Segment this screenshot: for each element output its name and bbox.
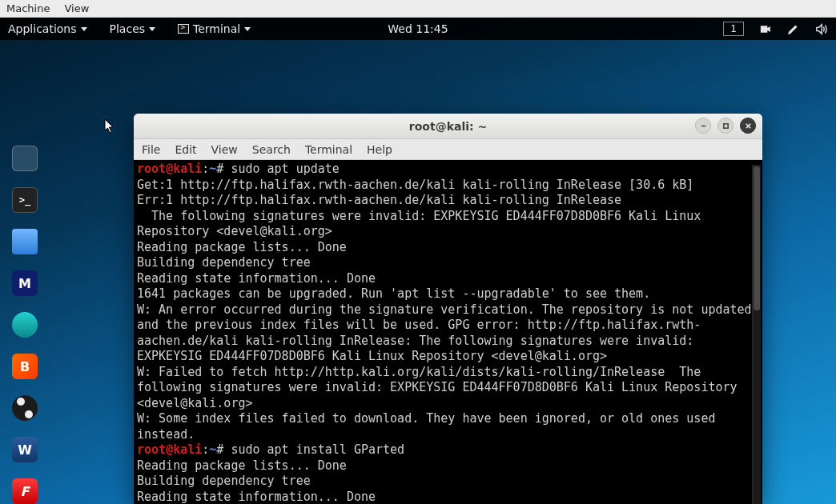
menu-view[interactable]: View bbox=[211, 143, 238, 156]
terminal-menubar: File Edit View Search Terminal Help bbox=[134, 139, 762, 160]
chevron-down-icon bbox=[244, 27, 251, 31]
chevron-down-icon bbox=[149, 27, 155, 31]
vm-host-menubar: Machine View bbox=[0, 0, 836, 18]
desktop: Applications Places Terminal Wed 11:45 1… bbox=[0, 18, 836, 504]
window-title: root@kali: ~ bbox=[134, 120, 762, 133]
chevron-down-icon bbox=[81, 27, 87, 31]
minimize-button[interactable] bbox=[695, 118, 711, 134]
panel-active-app[interactable]: Terminal bbox=[178, 22, 251, 35]
window-titlebar[interactable]: root@kali: ~ bbox=[134, 114, 762, 139]
dock: M B W F bbox=[8, 146, 42, 504]
terminal-window: root@kali: ~ File Edit View Search Termi… bbox=[134, 114, 762, 504]
terminal-body[interactable]: root@kali:~# sudo apt update Get:1 http:… bbox=[134, 160, 762, 504]
maximize-button[interactable] bbox=[717, 118, 734, 134]
top-panel: Applications Places Terminal Wed 11:45 1 bbox=[0, 18, 836, 40]
panel-applications[interactable]: Applications bbox=[8, 22, 87, 35]
video-record-icon[interactable] bbox=[758, 22, 772, 36]
dock-armitage[interactable] bbox=[12, 312, 38, 338]
dock-obs[interactable] bbox=[12, 395, 38, 421]
workspace-indicator[interactable]: 1 bbox=[723, 22, 744, 36]
volume-icon[interactable] bbox=[814, 22, 828, 36]
dock-burpsuite[interactable]: B bbox=[12, 354, 38, 379]
vm-menu-view[interactable]: View bbox=[64, 2, 89, 14]
dock-firefox[interactable] bbox=[12, 146, 38, 171]
brush-icon[interactable] bbox=[786, 22, 800, 36]
dock-metasploit[interactable]: M bbox=[12, 270, 38, 296]
terminal-icon bbox=[178, 24, 189, 34]
menu-help[interactable]: Help bbox=[367, 143, 392, 156]
panel-places[interactable]: Places bbox=[110, 22, 156, 35]
menu-file[interactable]: File bbox=[142, 143, 160, 156]
dock-files[interactable] bbox=[12, 229, 38, 254]
vm-menu-machine[interactable]: Machine bbox=[6, 2, 50, 14]
terminal-scrollbar[interactable] bbox=[752, 165, 761, 504]
dock-wireshark[interactable]: W bbox=[12, 437, 38, 462]
dock-faraday[interactable]: F bbox=[12, 478, 38, 504]
menu-search[interactable]: Search bbox=[252, 143, 291, 156]
dock-terminal[interactable] bbox=[12, 187, 38, 213]
mouse-cursor-icon bbox=[104, 118, 115, 134]
svg-rect-1 bbox=[723, 123, 727, 127]
panel-clock[interactable]: Wed 11:45 bbox=[388, 22, 448, 35]
menu-terminal[interactable]: Terminal bbox=[305, 143, 352, 156]
menu-edit[interactable]: Edit bbox=[175, 143, 196, 156]
close-button[interactable] bbox=[740, 118, 756, 134]
scrollbar-thumb[interactable] bbox=[754, 166, 760, 310]
